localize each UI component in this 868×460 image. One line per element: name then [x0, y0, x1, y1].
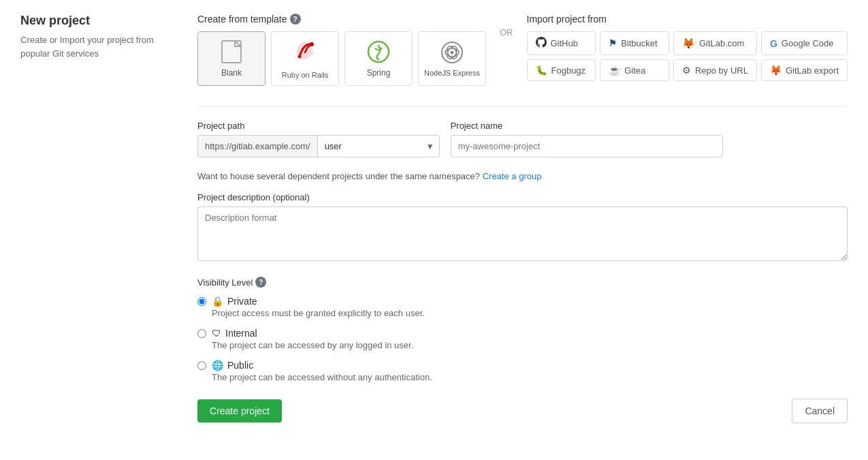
import-fogbugz-btn[interactable]: 🐛 Fogbugz: [527, 59, 596, 81]
create-group-link[interactable]: Create a group: [483, 171, 542, 181]
private-desc: Project access must be granted explicitl…: [212, 308, 425, 318]
import-buttons-grid: GitHub ⚑ Bitbucket 🦊 GitLab.com G: [527, 31, 848, 81]
visibility-private-radio[interactable]: [197, 297, 206, 306]
project-name-label: Project name: [451, 121, 723, 131]
import-area: Import project from GitHub ⚑: [527, 14, 848, 81]
path-prefix: https://gitlab.example.com/: [197, 135, 317, 157]
internal-desc: The project can be accessed by any logge…: [212, 340, 413, 350]
cancel-button[interactable]: Cancel: [792, 399, 848, 423]
internal-icon: 🛡: [212, 328, 221, 339]
page-subtitle: Create or Import your project from popul…: [20, 33, 170, 60]
import-gitlabcom-btn[interactable]: 🦊 GitLab.com: [673, 31, 757, 55]
visibility-internal-option: 🛡 Internal The project can be accessed b…: [197, 328, 848, 350]
spring-icon: [367, 40, 390, 65]
public-icon: 🌐: [212, 360, 223, 371]
bitbucket-label: Bitbucket: [621, 38, 657, 48]
namespace-select[interactable]: user group: [317, 135, 440, 157]
page-title: New project: [20, 14, 170, 28]
template-spring-btn[interactable]: Spring: [344, 31, 413, 86]
import-github-btn[interactable]: GitHub: [527, 31, 596, 55]
blank-icon: [221, 40, 242, 65]
repo-url-icon: ⚙: [682, 65, 691, 76]
spring-label: Spring: [367, 68, 391, 78]
import-section-title: Import project from: [527, 14, 848, 25]
main-content: Create from template ? Blank: [197, 14, 848, 423]
visibility-help-icon[interactable]: ?: [255, 277, 266, 288]
github-icon: [536, 37, 547, 50]
internal-label: Internal: [225, 328, 257, 339]
import-gitlab-export-btn[interactable]: 🦊 GitLab export: [761, 59, 848, 81]
project-name-group: Project name: [451, 121, 723, 157]
public-label: Public: [227, 360, 253, 371]
gitlab-export-label: GitLab export: [786, 65, 839, 76]
public-desc: The project can be accessed without any …: [212, 372, 432, 382]
fogbugz-icon: 🐛: [536, 65, 547, 76]
project-name-input[interactable]: [451, 135, 723, 157]
description-textarea[interactable]: [197, 206, 848, 261]
private-icon: 🔒: [212, 296, 223, 307]
repo-url-label: Repo by URL: [695, 65, 748, 76]
template-section-title: Create from template ?: [197, 14, 486, 25]
template-area: Create from template ? Blank: [197, 14, 486, 86]
visibility-internal-radio[interactable]: [197, 329, 206, 338]
gitea-label: Gitea: [624, 65, 645, 76]
section-divider: [197, 106, 848, 107]
googlecode-icon: G: [770, 38, 777, 49]
nodejs-icon: [440, 41, 464, 66]
private-label: Private: [227, 296, 257, 307]
import-googlecode-btn[interactable]: G Google Code: [761, 31, 848, 55]
description-label: Project description (optional): [197, 192, 848, 202]
template-buttons-group: Blank Ruby on: [197, 31, 486, 86]
project-path-group: Project path https://gitlab.example.com/…: [197, 121, 440, 157]
svg-point-9: [451, 50, 454, 54]
gitlabcom-icon: 🦊: [682, 37, 695, 50]
gitlabcom-label: GitLab.com: [699, 38, 744, 48]
gitea-icon: ☕: [609, 65, 620, 76]
svg-point-3: [298, 55, 302, 58]
nodejs-label: NodeJS Express: [424, 69, 480, 77]
left-panel: New project Create or Import your projec…: [20, 14, 170, 423]
bitbucket-icon: ⚑: [609, 38, 617, 48]
googlecode-label: Google Code: [782, 38, 834, 48]
visibility-private-option: 🔒 Private Project access must be granted…: [197, 296, 848, 318]
template-rails-btn[interactable]: Ruby on Rails: [271, 31, 339, 86]
template-nodejs-btn[interactable]: NodeJS Express: [418, 31, 486, 86]
import-gitea-btn[interactable]: ☕ Gitea: [600, 59, 669, 81]
rails-icon: [293, 39, 317, 68]
template-blank-btn[interactable]: Blank: [197, 31, 266, 86]
template-help-icon[interactable]: ?: [290, 14, 301, 25]
visibility-label: Visibility Level ?: [197, 277, 848, 288]
description-group: Project description (optional): [197, 192, 848, 263]
github-label: GitHub: [551, 38, 578, 48]
namespace-hint: Want to house several dependent projects…: [197, 171, 848, 181]
create-project-button[interactable]: Create project: [197, 399, 282, 423]
or-divider: OR: [486, 27, 527, 37]
actions-row: Create project Cancel: [197, 399, 848, 423]
visibility-public-option: 🌐 Public The project can be accessed wit…: [197, 360, 848, 382]
import-repo-url-btn[interactable]: ⚙ Repo by URL: [673, 59, 757, 81]
gitlab-export-icon: 🦊: [770, 65, 782, 76]
path-input-row: https://gitlab.example.com/ user group ▼: [197, 135, 440, 157]
project-path-name-row: Project path https://gitlab.example.com/…: [197, 121, 848, 157]
blank-label: Blank: [221, 68, 242, 78]
rails-label: Ruby on Rails: [282, 71, 328, 79]
svg-point-2: [310, 42, 314, 46]
fogbugz-label: Fogbugz: [551, 65, 586, 76]
visibility-public-radio[interactable]: [197, 361, 206, 370]
visibility-section: Visibility Level ? 🔒 Private Project acc…: [197, 277, 848, 382]
import-bitbucket-btn[interactable]: ⚑ Bitbucket: [600, 31, 669, 55]
template-import-section: Create from template ? Blank: [197, 14, 848, 86]
project-path-label: Project path: [197, 121, 440, 131]
path-select-wrapper: user group ▼: [317, 135, 440, 157]
